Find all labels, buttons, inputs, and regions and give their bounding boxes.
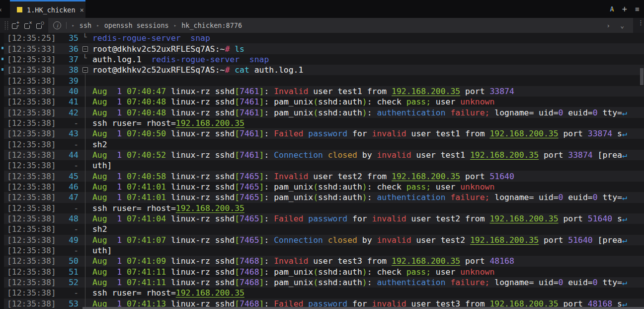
log-text-segment: :: [264, 150, 274, 160]
breadcrumb-item-hk-chicken[interactable]: hk_chicken:8776: [181, 21, 242, 29]
log-text-segment: [446, 193, 451, 202]
fold-column: [79, 256, 91, 266]
log-text-segment: sshd:auth: [318, 278, 362, 287]
tab-hk-chicken[interactable]: 1.HK_chicken ×: [10, 0, 85, 18]
log-text-segment: 0: [559, 193, 564, 202]
log-text-segment: [446, 278, 451, 287]
log-text-segment: user test1 from: [308, 87, 392, 96]
log-text-segment: [230, 65, 235, 75]
terminal-viewport[interactable]: [12:35:25]35└redis-rogue-server snap[12:…: [0, 33, 644, 309]
log-text-segment: pam_unix: [274, 108, 313, 117]
new-session-button[interactable]: + ▾: [12, 22, 19, 29]
log-text-segment: 51640: [568, 235, 592, 245]
log-text-segment: : check: [367, 267, 406, 277]
log-text-segment: 192.168.200.35: [176, 118, 244, 128]
log-text-segment: 192.168.200.35: [489, 214, 558, 223]
info-icon[interactable]: i: [53, 21, 61, 29]
line-number: 41: [60, 97, 79, 106]
log-text-segment: [: [235, 182, 240, 192]
log-text-segment: : check: [367, 182, 406, 192]
fold-guide-line: [85, 288, 85, 298]
new-tab-button[interactable]: +: [622, 4, 627, 14]
menu-button[interactable]: ≡: [635, 5, 641, 13]
log-text-segment: sh2: [92, 140, 107, 149]
log-text-segment: closed: [328, 235, 357, 245]
vertical-scrollbar-thumb[interactable]: [640, 68, 644, 85]
fold-guide-line: [85, 128, 85, 139]
line-number: -: [60, 246, 79, 255]
log-text-segment: 7461: [240, 97, 259, 106]
log-text-segment: [122, 108, 127, 117]
log-text-segment: ): [362, 193, 367, 202]
log-text-segment: Aug: [92, 108, 117, 117]
fold-collapse-icon[interactable]: [82, 67, 88, 73]
log-line: Aug 1 07:41:01 linux-rz sshd[7465]: pam_…: [91, 182, 644, 192]
font-appearance-button[interactable]: A: [610, 5, 614, 13]
timestamp: [12:35:33]: [4, 44, 60, 54]
timestamp: [12:35:38]: [4, 288, 60, 298]
log-text-segment: linux-rz sshd: [166, 172, 235, 181]
log-text-segment: user test2 from: [308, 172, 392, 181]
terminal-row: [12:35:38]-ssh ruser= rhost=192.168.200.…: [0, 203, 644, 213]
log-text-segment: linux-rz sshd: [166, 278, 235, 287]
log-text-segment: ssh ruser= rhost=: [92, 118, 176, 128]
timestamp: [12:35:38]: [4, 256, 60, 266]
fold-column: [79, 203, 91, 213]
log-text-segment: pam_unix: [274, 193, 313, 202]
line-number: 37: [60, 55, 79, 64]
terminal-row: [12:35:33]37└auth.log.1 redis-rogue-serv…: [0, 54, 644, 65]
log-text-segment: 07:40:50: [127, 129, 166, 138]
fold-column: [79, 75, 91, 86]
log-text-segment: [122, 150, 127, 160]
log-text-segment: 192.168.200.35: [489, 129, 558, 138]
log-text-segment: for: [347, 129, 372, 138]
log-text-segment: 0: [593, 108, 598, 117]
close-session-button[interactable]: ×: [24, 22, 31, 29]
log-text-segment: 07:41:01: [127, 193, 166, 202]
breadcrumb-item-openssh-sessions[interactable]: openssh sessions: [104, 21, 169, 29]
log-text-segment: authentication: [377, 108, 445, 117]
log-text-segment: [122, 87, 127, 96]
drag-handle-icon[interactable]: [4, 21, 9, 30]
log-text-segment: auth.log.1: [92, 55, 151, 64]
clipped-tab-close-icon[interactable]: ×: [0, 6, 2, 13]
log-text-segment: (: [313, 193, 318, 202]
fold-end-icon: └: [83, 35, 87, 40]
log-text-segment: 1: [117, 193, 122, 202]
log-text-segment: Aug: [92, 172, 117, 181]
fold-collapse-icon[interactable]: [82, 46, 88, 52]
expand-right-icon[interactable]: ›: [606, 22, 610, 29]
timestamp: [12:35:38]: [4, 161, 60, 170]
log-text-segment: [prea: [593, 150, 622, 160]
timestamp: [12:35:38]: [4, 118, 60, 128]
log-text-segment: sshd:auth: [318, 193, 362, 202]
fold-column: [79, 245, 91, 256]
horizontal-scrollbar-thumb[interactable]: [82, 307, 644, 309]
chevron-down-icon[interactable]: ⌄: [620, 22, 624, 29]
restart-session-button[interactable]: ○: [36, 22, 43, 29]
log-text-segment: ): [362, 267, 367, 277]
timestamp: [12:35:25]: [4, 33, 60, 43]
more-options-icon[interactable]: ⋮: [638, 21, 641, 24]
log-text-segment: pam_unix: [274, 267, 313, 277]
breadcrumb-item-ssh[interactable]: ssh: [80, 21, 91, 29]
line-number: 47: [60, 193, 79, 202]
log-text-segment: by: [357, 235, 377, 245]
log-text-segment: invalid: [377, 235, 411, 245]
log-line: ssh ruser= rhost=192.168.200.35: [91, 288, 644, 298]
log-text-segment: 1: [117, 172, 122, 181]
fold-column: [79, 118, 91, 128]
log-text-segment: :: [367, 108, 377, 117]
log-text-segment: unknown: [460, 182, 494, 192]
log-text-segment: port: [460, 87, 489, 96]
log-text-segment: euid=: [563, 108, 592, 117]
log-text-segment: 1: [117, 129, 122, 138]
log-text-segment: sshd:auth: [318, 267, 362, 277]
tab-close-icon[interactable]: ×: [80, 6, 84, 14]
log-text-segment: 07:41:07: [127, 235, 166, 245]
terminal-row: [12:35:38]-ssh ruser= rhost=192.168.200.…: [0, 288, 644, 298]
fold-guide-line: [85, 160, 85, 171]
log-text-segment: 51640: [588, 214, 612, 223]
log-text-segment: user test2: [411, 235, 470, 245]
timestamp: [12:35:38]: [4, 278, 60, 287]
